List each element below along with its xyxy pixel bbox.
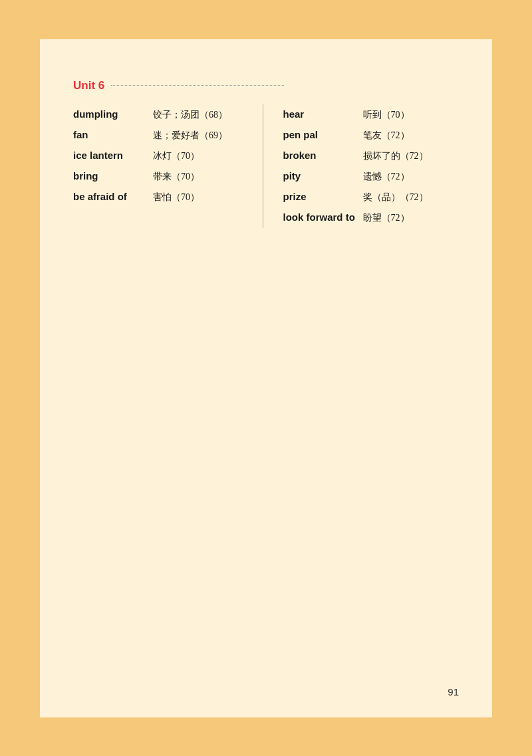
vocab-en: ice lantern [73, 150, 146, 161]
content-area: Unit 6 dumpling 饺子；汤团（68） fan 迷；爱好者（69） … [73, 79, 459, 228]
unit-header: Unit 6 [73, 79, 459, 92]
vocab-en: bring [73, 170, 146, 182]
vocab-row: be afraid of 害怕（70） [73, 187, 249, 207]
vocab-column-left: dumpling 饺子；汤团（68） fan 迷；爱好者（69） ice lan… [73, 104, 263, 228]
vocab-row: prize 奖（品）（72） [283, 187, 460, 207]
vocab-zh: 奖（品）（72） [363, 191, 428, 203]
vocab-en: fan [73, 129, 146, 140]
vocab-en: pity [283, 170, 356, 182]
vocab-column-right: hear 听到（70） pen pal 笔友（72） broken 损坏了的（7… [263, 104, 460, 228]
vocab-zh: 饺子；汤团（68） [153, 109, 227, 121]
vocab-zh: 笔友（72） [363, 130, 410, 142]
unit-title: Unit 6 [73, 79, 104, 92]
page: Unit 6 dumpling 饺子；汤团（68） fan 迷；爱好者（69） … [40, 39, 492, 717]
vocab-row: fan 迷；爱好者（69） [73, 125, 249, 146]
vocab-row: pen pal 笔友（72） [283, 125, 460, 146]
page-number: 91 [448, 686, 459, 697]
vocab-en: hear [283, 108, 356, 120]
vocab-en: look forward to [283, 211, 356, 223]
vocab-en: be afraid of [73, 191, 146, 202]
vocab-en: pen pal [283, 129, 356, 140]
vocab-row: look forward to 盼望（72） [283, 207, 460, 228]
vocab-row: pity 遗憾（72） [283, 166, 460, 187]
vocab-row: dumpling 饺子；汤团（68） [73, 104, 249, 125]
vocab-zh: 带来（70） [153, 171, 200, 183]
vocab-zh: 迷；爱好者（69） [153, 130, 227, 142]
vocab-row: hear 听到（70） [283, 104, 460, 125]
vocab-row: bring 带来（70） [73, 166, 249, 187]
vocab-table: dumpling 饺子；汤团（68） fan 迷；爱好者（69） ice lan… [73, 104, 459, 228]
vocab-zh: 害怕（70） [153, 191, 200, 203]
vocab-zh: 遗憾（72） [363, 171, 410, 183]
vocab-row: ice lantern 冰灯（70） [73, 146, 249, 166]
vocab-en: broken [283, 150, 356, 161]
vocab-zh: 盼望（72） [363, 212, 410, 224]
unit-dots [111, 85, 284, 86]
vocab-zh: 听到（70） [363, 109, 410, 121]
vocab-zh: 损坏了的（72） [363, 150, 428, 162]
vocab-en: dumpling [73, 108, 146, 120]
vocab-en: prize [283, 191, 356, 202]
vocab-row: broken 损坏了的（72） [283, 146, 460, 166]
vocab-zh: 冰灯（70） [153, 150, 200, 162]
